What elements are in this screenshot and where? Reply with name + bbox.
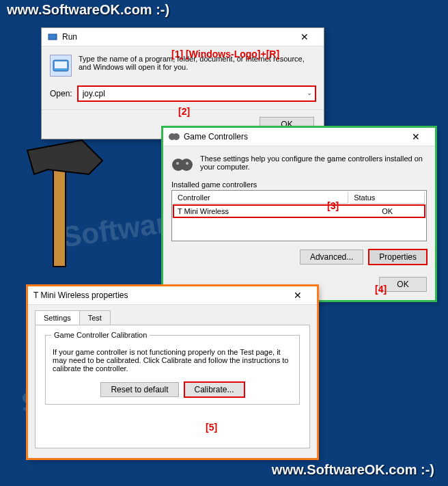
svg-point-10 [186,162,188,165]
run-titlebar: Run ✕ [42,28,324,46]
reset-button[interactable]: Reset to default [100,382,178,397]
props-titlebar: T Mini Wireless properties ✕ [28,286,317,305]
svg-point-8 [180,159,193,171]
annotation-3: [3] [327,200,339,211]
col-controller[interactable]: Controller [173,192,348,204]
cell-status: OK [350,205,425,217]
annotation-4: [4] [375,284,387,295]
run-title: Run [62,32,291,42]
tab-test[interactable]: Test [79,310,111,325]
tabs: Settings Test [35,310,310,325]
game-controllers-dialog: Game Controllers ✕ These settings help y… [163,127,436,301]
annotation-1: [1] [Windows-Logo]+[R] [171,49,279,59]
gc-title: Game Controllers [184,132,402,141]
gc-list-label: Installed game controllers [171,180,427,189]
gc-titlebar: Game Controllers ✕ [163,128,435,146]
open-input[interactable] [78,86,316,101]
close-icon[interactable]: ✕ [291,31,318,42]
run-app-icon [50,55,72,77]
properties-button[interactable]: Properties [369,249,427,265]
col-status[interactable]: Status [350,192,425,204]
svg-marker-1 [27,140,102,174]
controllers-table: Controller Status T Mini Wireless OK [171,190,427,241]
svg-rect-4 [55,62,67,68]
annotation-5: [5] [206,422,217,433]
properties-dialog: T Mini Wireless properties ✕ Settings Te… [27,286,318,459]
cell-controller: T Mini Wireless [173,205,348,217]
close-icon[interactable]: ✕ [402,131,430,142]
svg-rect-2 [48,34,57,40]
watermark-bottom: www.SoftwareOK.com :-) [272,462,434,478]
svg-rect-0 [53,164,66,267]
table-row[interactable]: T Mini Wireless OK [173,205,425,217]
group-title: Game Controller Calibration [51,331,150,339]
tab-content: Game Controller Calibration If your game… [35,325,310,448]
calibration-group: Game Controller Calibration If your game… [45,335,300,405]
group-text: If your game controller is not functioni… [53,348,292,373]
gamepad-icon [169,131,180,142]
gamepad-large-icon [171,154,193,175]
tab-settings[interactable]: Settings [35,310,80,325]
close-icon[interactable]: ✕ [284,290,311,301]
open-input-wrapper: ⌄ [78,86,316,101]
gc-description: These settings help you configure the ga… [200,154,427,171]
run-icon [47,31,58,42]
annotation-2: [2] [178,106,190,117]
run-dialog: Run ✕ Type the name of a program, folder… [41,27,324,139]
svg-point-6 [173,133,180,140]
watermark-top: www.SoftwareOK.com :-) [7,2,169,18]
props-title: T Mini Wireless properties [33,291,284,300]
chevron-down-icon[interactable]: ⌄ [307,89,312,96]
open-label: Open: [50,89,72,98]
svg-point-9 [176,162,179,165]
advanced-button[interactable]: Advanced... [300,249,363,265]
hammer-decoration [14,137,109,273]
calibrate-button[interactable]: Calibrate... [184,382,244,397]
